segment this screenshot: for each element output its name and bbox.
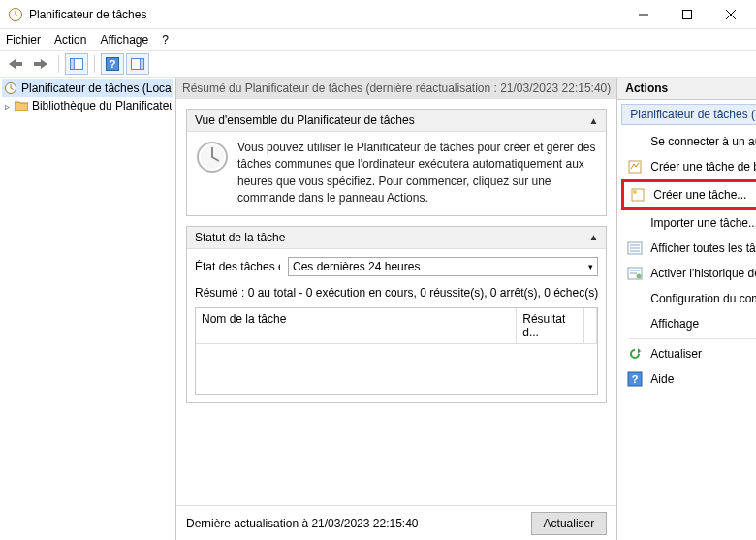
actions-pane: Actions Planificateur de tâches (Local) … <box>617 78 756 540</box>
svg-text:?: ? <box>110 58 116 70</box>
period-dropdown[interactable]: Ces dernières 24 heures ▾ <box>288 257 598 276</box>
svg-text:?: ? <box>632 373 639 385</box>
wizard-icon <box>627 159 643 175</box>
state-label: État des tâches exécutées : <box>195 260 280 273</box>
svg-point-15 <box>633 190 637 194</box>
actions-group-title: Planificateur de tâches (Local) <box>630 108 756 121</box>
list-icon <box>627 240 643 256</box>
action-create-task[interactable]: Créer une tâche... <box>624 182 756 207</box>
menu-file[interactable]: Fichier <box>6 33 41 47</box>
tree-root-label: Planificateur de tâches (Local) <box>21 81 172 95</box>
clock-icon <box>4 81 17 95</box>
summary-header: Résumé du Planificateur de tâches (derni… <box>176 78 616 99</box>
blank-icon <box>627 316 643 332</box>
action-view-submenu[interactable]: Affichage ▸ <box>621 311 756 336</box>
separator <box>629 338 756 339</box>
action-help[interactable]: ? Aide <box>621 366 756 392</box>
titlebar: Planificateur de tâches <box>0 0 756 29</box>
status-title: Statut de la tâche <box>195 231 285 244</box>
menubar: Fichier Action Affichage ? <box>0 29 756 50</box>
svg-point-18 <box>637 274 642 279</box>
col-name[interactable]: Nom de la tâche <box>196 308 517 343</box>
collapse-icon: ▲ <box>588 232 598 242</box>
svg-rect-2 <box>15 62 22 66</box>
help-button[interactable]: ? <box>101 53 124 75</box>
action-import-task[interactable]: Importer une tâche... <box>621 210 756 236</box>
show-hide-tree-button[interactable] <box>65 53 88 75</box>
period-selected: Ces dernières 24 heures <box>293 260 420 273</box>
refresh-button[interactable]: Actualiser <box>531 512 608 535</box>
col-result[interactable]: Résultat d... <box>517 308 584 343</box>
summary-line: Résumé : 0 au total - 0 exécution en cou… <box>195 286 598 300</box>
last-refresh: Dernière actualisation à 21/03/2023 22:1… <box>186 517 419 530</box>
svg-rect-9 <box>141 59 144 70</box>
minimize-button[interactable] <box>621 1 665 28</box>
folder-icon <box>15 100 28 111</box>
forward-button[interactable] <box>29 53 52 75</box>
menu-help[interactable]: ? <box>162 33 169 47</box>
expand-icon[interactable]: ▹ <box>4 101 11 111</box>
back-button[interactable] <box>4 53 27 75</box>
action-refresh[interactable]: Actualiser <box>621 341 756 366</box>
clock-icon <box>8 7 23 22</box>
toolbar-separator <box>94 55 95 73</box>
status-panel: Statut de la tâche ▲ État des tâches exé… <box>186 226 607 403</box>
collapse-icon: ▲ <box>588 115 598 126</box>
col-extra[interactable] <box>584 308 597 343</box>
action-show-active[interactable]: Afficher toutes les tâches actives <box>621 236 756 261</box>
help-icon: ? <box>627 371 643 387</box>
svg-rect-3 <box>34 62 42 66</box>
menu-action[interactable]: Action <box>54 33 86 47</box>
action-service-account[interactable]: Configuration du compte du service… <box>621 286 756 311</box>
tree-library-label: Bibliothèque du Planificateur de tâches <box>32 99 172 112</box>
show-hide-actions-button[interactable] <box>126 53 149 75</box>
actions-title: Actions <box>617 78 756 100</box>
svg-rect-5 <box>71 59 75 70</box>
actions-group-header[interactable]: Planificateur de tâches (Local) ▲ <box>621 104 756 125</box>
center-pane: Résumé du Planificateur de tâches (derni… <box>176 78 617 540</box>
toolbar-separator <box>58 55 59 73</box>
maximize-button[interactable] <box>665 1 709 28</box>
chevron-down-icon: ▾ <box>588 262 593 271</box>
refresh-icon <box>627 346 643 362</box>
blank-icon <box>627 215 643 231</box>
status-panel-header[interactable]: Statut de la tâche ▲ <box>187 227 606 249</box>
blank-icon <box>627 291 643 306</box>
task-table: Nom de la tâche Résultat d... <box>195 307 598 395</box>
svg-rect-13 <box>629 161 641 173</box>
overview-text: Vous pouvez utiliser le Planificateur de… <box>237 140 598 207</box>
tree-root[interactable]: Planificateur de tâches (Local) <box>2 79 173 97</box>
overview-title: Vue d'ensemble du Planificateur de tâche… <box>195 113 415 127</box>
svg-rect-1 <box>682 10 691 18</box>
action-create-basic-task[interactable]: Créer une tâche de base... <box>621 154 756 179</box>
close-button[interactable] <box>709 1 752 28</box>
tree-library[interactable]: ▹ Bibliothèque du Planificateur de tâche… <box>2 97 173 114</box>
toolbar: ? <box>0 50 756 78</box>
overview-panel-header[interactable]: Vue d'ensemble du Planificateur de tâche… <box>187 110 606 132</box>
menu-view[interactable]: Affichage <box>100 33 148 47</box>
action-enable-history[interactable]: Activer l'historique de toutes les tâche… <box>621 261 756 286</box>
history-icon <box>627 266 643 281</box>
new-task-icon <box>630 187 646 203</box>
clock-icon <box>195 140 230 207</box>
highlighted-action: Créer une tâche... <box>621 179 756 210</box>
window-title: Planificateur de tâches <box>29 8 621 21</box>
tree-pane: Planificateur de tâches (Local) ▹ Biblio… <box>0 78 176 540</box>
action-connect[interactable]: Se connecter à un autre ordinateur... <box>621 129 756 154</box>
blank-icon <box>627 134 643 149</box>
overview-panel: Vue d'ensemble du Planificateur de tâche… <box>186 109 607 216</box>
